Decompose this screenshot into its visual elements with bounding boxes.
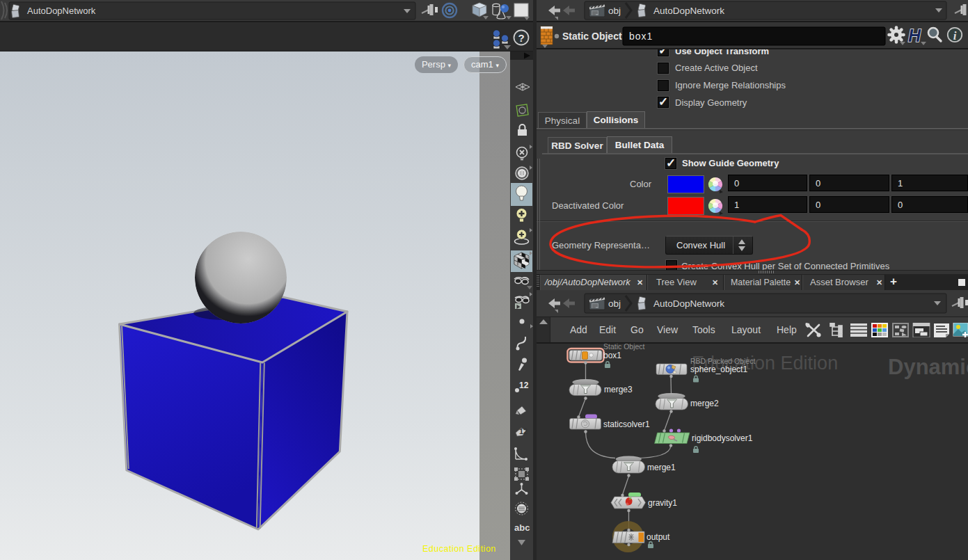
svg-text:Static Object: Static Object — [562, 31, 622, 42]
svg-text:H: H — [908, 26, 921, 45]
svg-text:AutoDopNetwork: AutoDopNetwork — [653, 298, 724, 309]
svg-text:?: ? — [518, 32, 524, 44]
svg-text:Dynamic: Dynamic — [888, 355, 968, 379]
svg-text:merge3: merge3 — [604, 385, 633, 394]
svg-text:merge2: merge2 — [690, 399, 719, 408]
svg-text:sphere_object1: sphere_object1 — [690, 365, 747, 374]
svg-text:obj: obj — [608, 6, 621, 16]
svg-text:i: i — [953, 29, 957, 42]
svg-text:AutoDopNetwork: AutoDopNetwork — [27, 6, 96, 16]
svg-text:staticsolver1: staticsolver1 — [603, 419, 650, 429]
svg-text:output: output — [646, 532, 670, 542]
svg-text:AutoDopNetwork: AutoDopNetwork — [653, 6, 724, 16]
svg-text:box1: box1 — [603, 351, 621, 360]
svg-text:box1: box1 — [629, 31, 653, 42]
svg-text:rigidbodysolver1: rigidbodysolver1 — [692, 433, 753, 443]
svg-text:abc: abc — [514, 522, 530, 533]
svg-text:merge1: merge1 — [647, 463, 676, 472]
svg-text:12: 12 — [519, 427, 527, 435]
svg-text:12: 12 — [519, 381, 529, 390]
svg-text:Static Object: Static Object — [603, 344, 645, 351]
svg-text:obj: obj — [608, 298, 621, 309]
svg-text:gravity1: gravity1 — [648, 498, 677, 508]
